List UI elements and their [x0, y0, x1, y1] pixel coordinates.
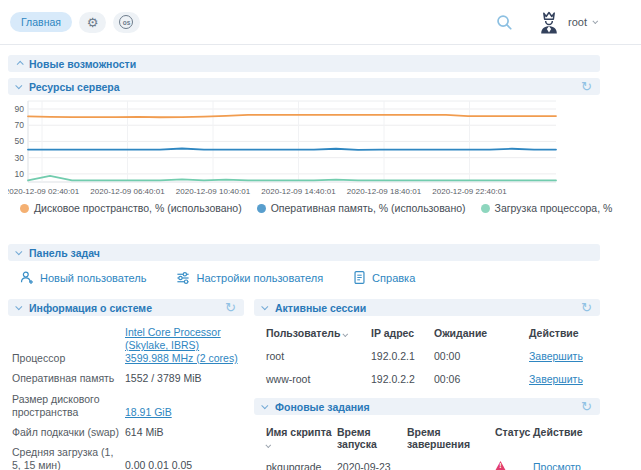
sysinfo-label: Размер дискового пространства: [12, 393, 125, 419]
sysinfo-value: 1552 / 3789 MiB: [125, 372, 244, 385]
svg-text:50: 50: [15, 136, 25, 146]
refresh-icon[interactable]: ↻: [581, 301, 592, 314]
tab-main[interactable]: Главная: [10, 12, 72, 32]
section-sysinfo[interactable]: Информация о системе ↻: [8, 299, 244, 316]
section-title: Информация о системе: [29, 302, 152, 314]
refresh-icon[interactable]: ↻: [581, 80, 592, 93]
topbar: Главная ⚙ os root: [0, 0, 641, 45]
os-button[interactable]: os: [113, 12, 140, 33]
section-resources[interactable]: Ресурсы сервера ↻: [8, 78, 600, 95]
legend-label: Дисковое пространство, % (использовано): [34, 202, 242, 214]
task-link-label: Новый пользователь: [40, 272, 146, 284]
search-icon: [495, 13, 514, 32]
sysinfo-value: 614 MiB: [125, 426, 244, 439]
column-header-wait: Ожидание: [434, 327, 529, 339]
chevron-down-icon: [261, 402, 268, 409]
svg-text:2020-12-09 06:40:01: 2020-12-09 06:40:01: [90, 187, 165, 196]
svg-text:30: 30: [15, 153, 25, 163]
svg-text:2020-12-09 22:40:01: 2020-12-09 22:40:01: [432, 187, 507, 196]
svg-text:10: 10: [15, 169, 25, 179]
column-header-start: Время запуска: [337, 426, 407, 450]
section-tasks[interactable]: Панель задач: [8, 244, 600, 261]
column-header-status: Статус: [495, 426, 533, 438]
sysinfo-table: Процессор Intel Core Processor (Skylake,…: [12, 326, 244, 470]
resources-chart: 10305070902020-12-09 02:40:012020-12-09 …: [8, 98, 600, 202]
section-title: Активные сессии: [275, 302, 366, 314]
user-settings-icon: [176, 271, 190, 285]
chevron-down-icon: [15, 248, 22, 255]
task-links: Новый пользователь Настройки пользовател…: [20, 270, 641, 285]
legend-label: Оперативная память, % (использовано): [271, 202, 466, 214]
svg-text:2020-12-09 18:40:01: 2020-12-09 18:40:01: [347, 187, 422, 196]
session-ip: 192.0.2.2: [371, 373, 434, 385]
sysinfo-label: Оперативная память: [12, 372, 125, 385]
task-link-label: Справка: [372, 272, 415, 284]
chevron-up-icon: [17, 61, 24, 68]
svg-text:2020-12-09 14:40:01: 2020-12-09 14:40:01: [261, 187, 336, 196]
sysinfo-label: Средняя загрузка (1, 5, 15 мин): [12, 446, 125, 470]
new-user-icon: [20, 270, 34, 285]
svg-text:90: 90: [15, 104, 25, 114]
disk-series-dot: [20, 204, 29, 213]
search-button[interactable]: [495, 13, 514, 32]
svg-text:70: 70: [15, 120, 25, 130]
sort-chevron-icon: [265, 442, 271, 448]
sysinfo-value: 0.00 0.01 0.05: [125, 459, 244, 470]
legend-label: Загрузка процессора, %: [495, 202, 613, 214]
cpu-series-dot: [481, 204, 490, 213]
chart-legend: Дисковое пространство, % (использовано) …: [20, 202, 641, 214]
session-row: root 192.0.2.1 00:00 Завершить: [254, 350, 600, 362]
terminate-session-link[interactable]: Завершить: [529, 373, 583, 385]
chevron-down-icon: [261, 303, 268, 310]
section-title: Ресурсы сервера: [29, 81, 120, 93]
settings-button[interactable]: ⚙: [79, 12, 106, 33]
new-user-button[interactable]: Новый пользователь: [20, 270, 146, 285]
gear-icon: ⚙: [87, 16, 99, 29]
section-title: Фоновые задания: [275, 401, 370, 413]
session-user: root: [266, 350, 371, 362]
section-title: Новые возможности: [29, 58, 136, 70]
disk-size-link[interactable]: 18.91 GiB: [125, 406, 172, 418]
column-header-script[interactable]: Имя скрипта: [266, 426, 337, 450]
column-header-end: Время завершения: [407, 426, 495, 450]
section-whatsnew[interactable]: Новые возможности: [8, 55, 600, 72]
section-title: Панель задач: [29, 247, 100, 259]
svg-text:2020-12-09 02:40:01: 2020-12-09 02:40:01: [8, 187, 80, 196]
user-settings-button[interactable]: Настройки пользователя: [176, 271, 323, 285]
session-user: www-root: [266, 373, 371, 385]
sort-chevron-icon: [343, 331, 349, 337]
legend-item: Дисковое пространство, % (использовано): [20, 202, 242, 214]
chevron-down-icon: [592, 18, 598, 24]
cpu-link[interactable]: Intel Core Processor (Skylake, IBRS) 359…: [125, 326, 238, 364]
bgtask-row: pkgupgrade 2020-09-23 02:53:23.004 Просм…: [254, 461, 600, 470]
os-icon: os: [119, 15, 133, 29]
session-ip: 192.0.2.1: [371, 350, 434, 362]
sessions-header-row: Пользователь IP адрес Ожидание Действие: [254, 327, 600, 339]
section-sessions[interactable]: Активные сессии ↻: [254, 299, 600, 316]
user-name: root: [568, 16, 587, 28]
ram-series-dot: [257, 204, 266, 213]
column-header-ip: IP адрес: [371, 327, 434, 339]
session-wait: 00:00: [434, 350, 529, 362]
help-button[interactable]: Справка: [353, 270, 415, 285]
bgtasks-header-row: Имя скрипта Время запуска Время завершен…: [254, 426, 600, 450]
chevron-down-icon: [15, 82, 22, 89]
bgtask-name: pkgupgrade: [266, 461, 337, 470]
session-wait: 00:06: [434, 373, 529, 385]
bgtask-start: 2020-09-23 02:53:23.004: [337, 461, 407, 470]
legend-item: Загрузка процессора, %: [481, 202, 613, 214]
task-link-label: Настройки пользователя: [196, 272, 323, 284]
warning-icon: [495, 461, 506, 470]
refresh-icon[interactable]: ↻: [225, 301, 236, 314]
svg-text:2020-12-09 10:40:01: 2020-12-09 10:40:01: [176, 187, 251, 196]
user-menu[interactable]: root: [536, 10, 605, 35]
help-doc-icon: [353, 270, 366, 285]
chevron-down-icon: [15, 303, 22, 310]
refresh-icon[interactable]: ↻: [581, 400, 592, 413]
column-header-user[interactable]: Пользователь: [266, 327, 371, 339]
sysinfo-label: Процессор: [12, 352, 125, 365]
terminate-session-link[interactable]: Завершить: [529, 350, 583, 362]
section-bgtasks[interactable]: Фоновые задания ↻: [254, 398, 600, 415]
view-task-link[interactable]: Просмотр: [533, 461, 581, 470]
column-header-action: Действие: [533, 426, 600, 438]
